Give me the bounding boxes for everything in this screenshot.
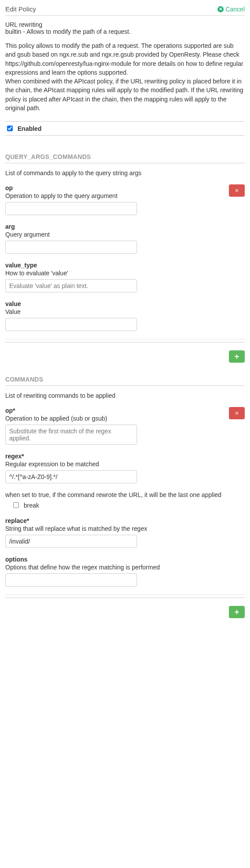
divider (5, 339, 245, 339)
cmd-break-label: break (24, 502, 39, 509)
policy-builtin-line: builtin - Allows to modify the path of a… (5, 28, 245, 35)
cancel-button[interactable]: ✕ Cancel (217, 6, 245, 13)
remove-icon (234, 411, 239, 416)
cmd-regex-label: regex* (5, 453, 245, 460)
qa-valuetype-label: value_type (5, 262, 245, 269)
query-args-item: op Operation to apply to the query argum… (5, 184, 245, 331)
cmd-break-checkbox[interactable] (13, 502, 19, 508)
cmd-regex-help: Regular expression to be matched (5, 461, 245, 468)
remove-query-arg-button[interactable] (229, 184, 245, 197)
cmd-options-help: Options that define how the regex matchi… (5, 564, 245, 571)
cmd-break-help: when set to true, if the command rewrote… (5, 491, 245, 498)
cmd-op-select[interactable]: Substitute the first match of the regex … (5, 425, 137, 445)
cmd-regex-input[interactable] (5, 470, 137, 483)
edit-policy-header: Edit Policy ✕ Cancel (5, 5, 245, 16)
enabled-label: Enabled (18, 125, 41, 132)
commands-section-desc: List of rewriting commands to be applied (5, 392, 245, 399)
commands-section-title: COMMANDS (5, 376, 245, 386)
cancel-label: Cancel (225, 6, 245, 13)
query-args-section-desc: List of commands to apply to the query s… (5, 169, 245, 176)
qa-op-label: op (5, 184, 245, 191)
plus-icon: + (235, 608, 239, 617)
cmd-options-input[interactable] (5, 573, 137, 587)
command-item: op* Operation to be applied (sub or gsub… (5, 407, 245, 587)
cmd-options-label: options (5, 556, 245, 563)
cmd-op-help: Operation to be applied (sub or gsub) (5, 415, 245, 422)
remove-icon (234, 188, 239, 193)
qa-value-help: Value (5, 308, 245, 315)
add-command-button[interactable]: + (229, 606, 245, 618)
plus-icon: + (235, 352, 239, 361)
qa-valuetype-select[interactable]: Evaluate 'value' as plain text. (5, 279, 137, 292)
policy-name: URL rewriting (5, 21, 245, 28)
cmd-replace-help: String that will replace what is matched… (5, 525, 245, 532)
qa-op-input[interactable] (5, 202, 137, 215)
page-title: Edit Policy (5, 5, 36, 13)
enabled-checkbox[interactable] (7, 126, 13, 131)
qa-op-help: Operation to apply to the query argument (5, 192, 245, 199)
add-query-arg-button[interactable]: + (229, 350, 245, 363)
enabled-row: Enabled (5, 121, 245, 136)
close-icon: ✕ (217, 6, 224, 12)
query-args-section-title: QUERY_ARGS_COMMANDS (5, 153, 245, 163)
qa-arg-input[interactable] (5, 241, 137, 254)
remove-command-button[interactable] (229, 407, 245, 419)
cmd-replace-input[interactable] (5, 535, 137, 548)
cmd-replace-label: replace* (5, 517, 245, 524)
qa-valuetype-help: How to evaluate 'value' (5, 270, 245, 277)
qa-arg-help: Query argument (5, 231, 245, 238)
qa-value-input[interactable] (5, 318, 137, 331)
cmd-op-label: op* (5, 407, 245, 414)
qa-value-label: value (5, 300, 245, 307)
divider (5, 594, 245, 595)
qa-arg-label: arg (5, 223, 245, 230)
policy-description: This policy allows to modify the path of… (5, 41, 245, 112)
